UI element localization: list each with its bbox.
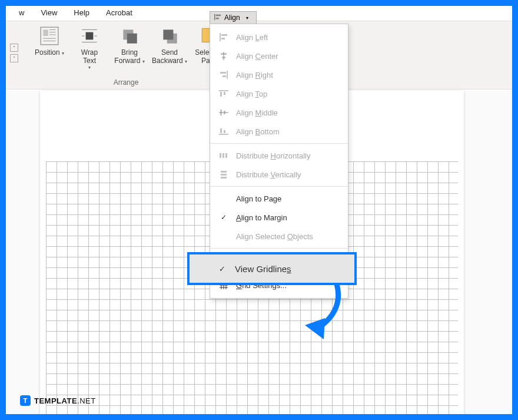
align-bottom-icon — [218, 127, 229, 136]
menu-acrobat[interactable]: Acrobat — [106, 8, 132, 17]
arrange-group-label: Arrange — [22, 78, 230, 87]
menu-separator — [210, 248, 348, 249]
menu-view[interactable]: View — [41, 8, 57, 17]
wrap-text-label: WrapText — [81, 48, 98, 65]
menu-item-label: Align Center — [236, 52, 278, 61]
check-icon: ✓ — [218, 213, 229, 222]
send-backward-label: SendBackward ▾ — [152, 48, 187, 66]
bring-forward-label: BringForward ▾ — [114, 48, 144, 66]
svg-rect-40 — [225, 153, 227, 158]
menu-item-align-top: Align Top — [210, 84, 348, 103]
dist-v-icon — [218, 170, 229, 179]
menu-item-label: Align Right — [236, 71, 273, 80]
view-gridlines-label: View Gridlines — [235, 264, 291, 274]
menu-w[interactable]: w — [19, 8, 24, 17]
svg-rect-43 — [221, 177, 227, 178]
menu-item-label: Align Bottom — [236, 127, 280, 136]
menu-separator — [210, 186, 348, 187]
qat: ˄ ˅ — [6, 21, 22, 89]
svg-rect-31 — [224, 92, 225, 95]
svg-rect-27 — [220, 72, 226, 74]
arrange-group: Position ▾ WrapText ▾ BringForward ▾ — [22, 21, 230, 89]
svg-rect-28 — [223, 75, 226, 77]
menu-item-label: Distribute Vertically — [236, 170, 301, 179]
view-gridlines-highlight[interactable]: ✓ View Gridlines — [187, 252, 357, 285]
menu-item-distribute-horizontally: Distribute Horizontally — [210, 146, 348, 165]
watermark: T TEMPLATE.NET — [20, 395, 96, 406]
dist-h-icon — [218, 151, 229, 160]
bring-forward-button[interactable]: BringForward ▾ — [109, 25, 150, 66]
svg-rect-22 — [221, 38, 225, 39]
svg-rect-34 — [224, 111, 225, 114]
wrap-text-button[interactable]: WrapText ▾ — [69, 25, 109, 70]
align-icon — [214, 13, 222, 23]
menu-item-distribute-vertically: Distribute Vertically — [210, 165, 348, 184]
svg-rect-33 — [220, 110, 222, 115]
svg-rect-13 — [127, 34, 137, 44]
svg-rect-18 — [216, 14, 221, 16]
align-button-label: Align — [224, 14, 240, 22]
svg-rect-15 — [163, 29, 173, 39]
svg-rect-7 — [86, 32, 94, 40]
menu-item-align-right: Align Right — [210, 65, 348, 84]
menu-item-align-to-margin[interactable]: ✓Align to Margin — [210, 208, 348, 227]
wrap-text-icon — [79, 26, 99, 46]
app-frame: w View Help Acrobat ˄ ˅ Position ▾ WrapT… — [6, 6, 512, 414]
chevron-down-icon: ▾ — [246, 15, 248, 21]
menu-item-align-middle: Align Middle — [210, 103, 348, 122]
svg-rect-21 — [221, 34, 227, 36]
position-icon — [39, 26, 59, 46]
svg-rect-39 — [223, 153, 224, 158]
position-label: Position ▾ — [35, 48, 64, 58]
blank-icon — [218, 194, 229, 203]
qat-down-icon[interactable]: ˅ — [10, 54, 18, 62]
menu-item-label: Distribute Horizontally — [236, 151, 310, 160]
menu-item-align-to-page[interactable]: Align to Page — [210, 189, 348, 208]
menu-item-label: Align Top — [236, 90, 267, 98]
menu-item-label: Align Middle — [236, 108, 278, 117]
menubar: w View Help Acrobat — [6, 6, 512, 21]
menu-help[interactable]: Help — [74, 8, 89, 17]
align-center-icon — [218, 51, 229, 61]
annotation-arrow-icon — [295, 280, 348, 345]
send-backward-icon — [160, 26, 180, 46]
qat-up-icon[interactable]: ˄ — [10, 44, 18, 52]
menu-item-label: Align Left — [236, 33, 268, 42]
menu-item-align-left: Align Left — [210, 28, 348, 47]
menu-separator — [210, 143, 348, 144]
align-middle-icon — [218, 108, 229, 117]
menu-item-align-selected-objects: Align Selected Objects — [210, 227, 348, 246]
align-left-icon — [218, 32, 229, 42]
watermark-logo-icon: T — [20, 395, 31, 406]
svg-rect-38 — [220, 153, 221, 158]
blank-icon — [218, 232, 229, 241]
menu-item-align-center: Align Center — [210, 47, 348, 65]
svg-rect-24 — [221, 53, 227, 55]
svg-rect-1 — [43, 29, 48, 36]
svg-rect-42 — [221, 174, 227, 176]
svg-rect-37 — [224, 130, 225, 133]
menu-item-align-bottom: Align Bottom — [210, 122, 348, 141]
send-backward-button[interactable]: SendBackward ▾ — [150, 25, 190, 66]
menu-item-label: Align to Page — [236, 194, 281, 203]
position-button[interactable]: Position ▾ — [29, 25, 69, 58]
svg-rect-19 — [216, 17, 219, 19]
align-right-icon — [218, 70, 229, 80]
bring-forward-icon — [119, 26, 140, 46]
align-top-icon — [218, 89, 229, 98]
svg-rect-25 — [222, 57, 225, 58]
menu-item-label: Align Selected Objects — [236, 232, 313, 241]
svg-rect-41 — [221, 171, 227, 173]
svg-rect-30 — [220, 92, 222, 97]
check-icon: ✓ — [219, 264, 225, 273]
svg-rect-36 — [220, 128, 222, 133]
align-button[interactable]: Align ▾ — [210, 11, 257, 24]
menu-item-label: Align to Margin — [236, 213, 287, 222]
